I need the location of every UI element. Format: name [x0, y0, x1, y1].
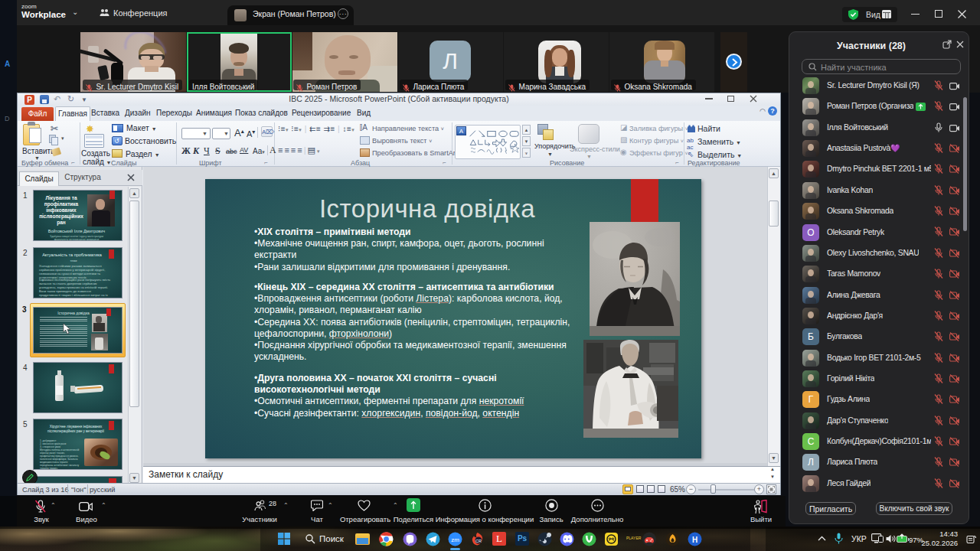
- svg-text:CR: CR: [475, 539, 482, 543]
- svg-text:H: H: [692, 536, 697, 544]
- svg-text:zm: zm: [451, 536, 459, 543]
